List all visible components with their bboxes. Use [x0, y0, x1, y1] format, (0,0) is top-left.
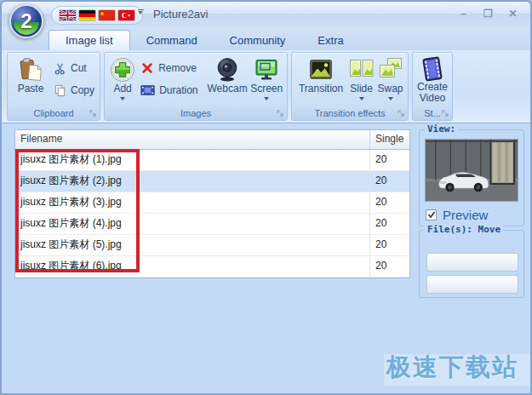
ribbon-group-start: Create Video St...	[412, 52, 453, 121]
app-logo-orb[interactable]: 2	[9, 4, 43, 38]
table-row[interactable]: jisuxz 图片素材 (2).jpg 20	[15, 171, 409, 192]
china-flag-icon[interactable]	[99, 10, 115, 20]
images-dialog-launcher-icon[interactable]	[276, 109, 285, 118]
cell-single: 20	[370, 214, 409, 234]
ribbon: Paste Cut Copy Clipboard	[2, 50, 530, 123]
slide-button[interactable]: Slide	[347, 54, 375, 109]
window-controls: – ❐ ✕	[456, 6, 520, 20]
cut-button[interactable]: Cut	[51, 60, 97, 77]
remove-icon	[140, 61, 154, 75]
slide-dropdown-icon[interactable]	[359, 97, 364, 100]
create-video-button[interactable]: Create Video	[414, 54, 451, 109]
swap-dropdown-icon[interactable]	[388, 97, 393, 100]
ribbon-group-images: Add Remove Duration	[104, 52, 288, 121]
view-label: View:	[425, 123, 458, 135]
title-bar: 2 Picture2avi – ❐ ✕	[2, 2, 530, 27]
cell-single: 20	[370, 171, 409, 192]
add-icon	[110, 55, 135, 83]
column-header-filename[interactable]: Filename	[15, 130, 370, 149]
table-row[interactable]: jisuxz 图片素材 (6).jpg 20	[15, 256, 409, 278]
cell-filename: jisuxz 图片素材 (4).jpg	[15, 214, 370, 234]
uk-flag-icon[interactable]	[60, 10, 76, 20]
copy-button[interactable]: Copy	[51, 82, 97, 99]
copy-icon	[54, 84, 66, 97]
cell-filename: jisuxz 图片素材 (5).jpg	[15, 235, 370, 255]
cell-single: 20	[370, 192, 409, 213]
main-content: Filename Single jisuxz 图片素材 (1).jpg 20 j…	[2, 123, 530, 393]
watermark-text: 极速下载站	[386, 351, 518, 385]
move-down-button[interactable]	[426, 275, 518, 294]
view-groupbox: View:	[419, 129, 524, 226]
transition-icon	[308, 55, 334, 83]
transition-dialog-launcher-icon[interactable]	[397, 109, 406, 118]
webcam-button[interactable]: Webcam	[206, 54, 249, 109]
start-dialog-launcher-icon[interactable]	[441, 109, 450, 118]
turkey-flag-icon[interactable]	[118, 10, 134, 20]
screen-button[interactable]: Screen	[249, 54, 284, 109]
table-row[interactable]: jisuxz 图片素材 (1).jpg 20	[15, 150, 409, 171]
preview-toggle[interactable]: Preview	[426, 208, 488, 222]
swap-button[interactable]: Swap	[375, 54, 405, 109]
create-video-icon	[420, 55, 445, 82]
germany-flag-icon[interactable]	[79, 10, 95, 20]
slide-icon	[349, 55, 375, 83]
table-row[interactable]: jisuxz 图片素材 (4).jpg 20	[15, 214, 409, 235]
cell-filename: jisuxz 图片素材 (2).jpg	[15, 171, 370, 192]
table-row[interactable]: jisuxz 图片素材 (3).jpg 20	[15, 192, 409, 214]
tab-community[interactable]: Community	[214, 31, 302, 50]
tab-command[interactable]: Command	[130, 31, 214, 50]
close-button[interactable]: ✕	[506, 6, 520, 20]
column-header-single[interactable]: Single	[370, 130, 409, 149]
cut-icon	[54, 62, 66, 75]
files-move-groupbox: File(s): Move	[419, 230, 524, 298]
clipboard-dialog-launcher-icon[interactable]	[89, 109, 98, 118]
minimize-button[interactable]: –	[456, 6, 471, 20]
cell-filename: jisuxz 图片素材 (3).jpg	[15, 192, 370, 213]
cell-filename: jisuxz 图片素材 (1).jpg	[15, 150, 370, 170]
preview-image	[426, 140, 518, 201]
swap-icon	[378, 55, 403, 83]
cell-single: 20	[370, 235, 409, 255]
paste-button[interactable]: Paste	[10, 54, 51, 109]
tab-extra[interactable]: Extra	[301, 31, 359, 50]
file-table: Filename Single jisuxz 图片素材 (1).jpg 20 j…	[14, 129, 410, 278]
cell-single: 20	[370, 256, 409, 277]
ribbon-group-clipboard: Paste Cut Copy Clipboard	[7, 52, 100, 121]
ribbon-tab-row: Image list Command Community Extra	[2, 27, 530, 50]
screen-dropdown-icon[interactable]	[264, 97, 269, 100]
transition-button[interactable]: Transition	[295, 54, 347, 109]
paste-icon	[18, 55, 43, 83]
cell-filename: jisuxz 图片素材 (6).jpg	[15, 256, 370, 277]
preview-checkbox-label: Preview	[443, 208, 488, 222]
preview-checkbox[interactable]	[426, 209, 437, 220]
app-logo-text: 2	[20, 11, 31, 31]
toolbar-dropdown-icon[interactable]	[136, 9, 145, 14]
cell-single: 20	[370, 150, 409, 170]
webcam-icon	[215, 55, 240, 83]
language-toolbar	[51, 6, 143, 25]
add-dropdown-icon[interactable]	[120, 97, 125, 100]
tab-image-list[interactable]: Image list	[49, 30, 130, 50]
add-button[interactable]: Add	[107, 54, 138, 109]
duration-button[interactable]: Duration	[138, 82, 206, 99]
table-body: jisuxz 图片素材 (1).jpg 20 jisuxz 图片素材 (2).j…	[15, 150, 409, 278]
app-window: 2 Picture2avi – ❐ ✕ Image list Command C…	[0, 0, 532, 395]
files-move-label: File(s): Move	[425, 224, 503, 235]
duration-icon	[140, 84, 155, 96]
table-row[interactable]: jisuxz 图片素材 (5).jpg 20	[15, 235, 409, 256]
move-up-button[interactable]	[426, 253, 518, 272]
window-title: Picture2avi	[153, 8, 208, 20]
remove-button[interactable]: Remove	[138, 60, 206, 77]
ribbon-group-transition-effects: Transition	[291, 52, 409, 121]
check-icon	[427, 210, 436, 219]
table-header: Filename Single	[15, 130, 409, 150]
screen-icon	[254, 55, 279, 83]
maximize-button[interactable]: ❐	[481, 6, 495, 20]
